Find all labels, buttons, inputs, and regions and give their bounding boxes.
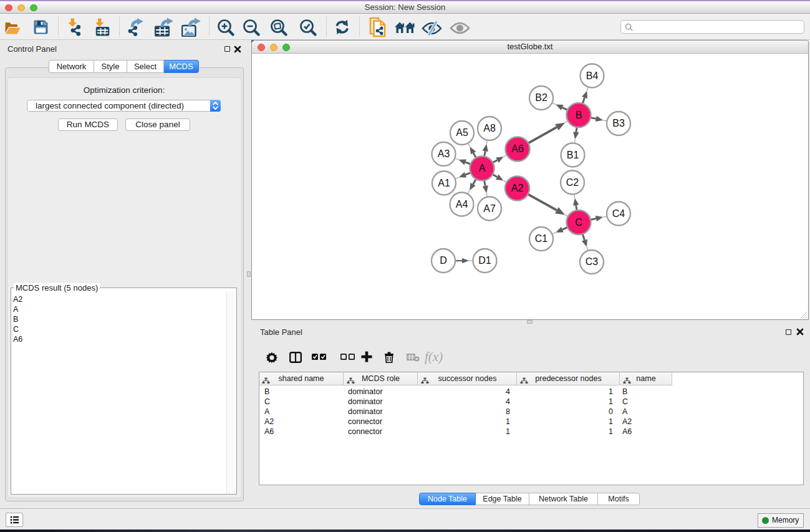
svg-text:A6: A6 xyxy=(511,143,524,154)
svg-text:B1: B1 xyxy=(567,150,579,160)
svg-text:B4: B4 xyxy=(586,70,599,81)
svg-text:B3: B3 xyxy=(612,118,625,128)
svg-text:C: C xyxy=(575,217,582,228)
svg-text:A5: A5 xyxy=(456,127,468,138)
svg-text:D1: D1 xyxy=(478,255,491,266)
svg-text:C4: C4 xyxy=(612,208,625,219)
svg-text:C3: C3 xyxy=(586,256,599,267)
svg-text:A: A xyxy=(479,163,486,173)
svg-text:A4: A4 xyxy=(456,199,468,210)
svg-text:D: D xyxy=(440,255,447,266)
svg-text:A3: A3 xyxy=(438,148,450,159)
svg-text:C1: C1 xyxy=(535,233,548,244)
svg-text:A2: A2 xyxy=(511,183,524,193)
svg-text:B: B xyxy=(576,110,582,120)
svg-text:B2: B2 xyxy=(535,92,547,103)
svg-text:A7: A7 xyxy=(483,203,496,214)
svg-text:A1: A1 xyxy=(438,178,450,188)
svg-text:C2: C2 xyxy=(566,177,579,188)
svg-text:A8: A8 xyxy=(483,123,496,133)
